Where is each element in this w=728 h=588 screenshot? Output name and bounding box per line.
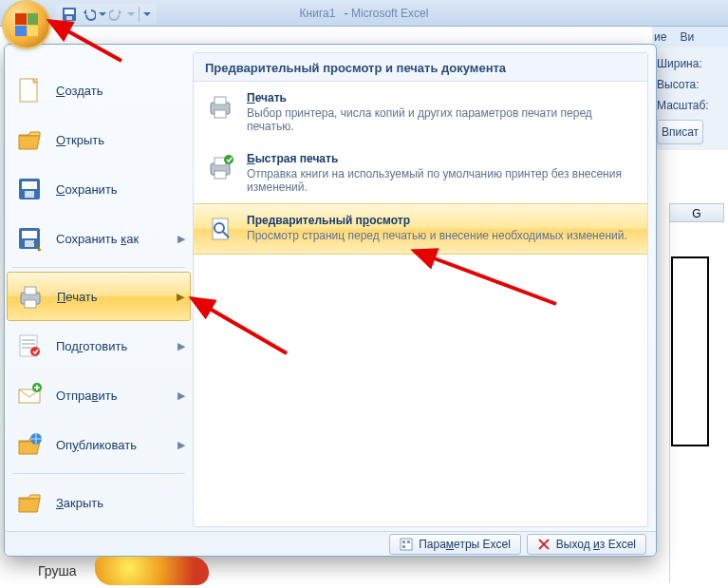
svg-rect-9 [25,240,34,247]
svg-rect-28 [402,541,405,543]
exit-excel-label: Выход из Excel [556,538,636,551]
menu-item-label: Создать [56,84,103,98]
menu-item-close[interactable]: Закрыть [7,478,191,527]
redo-dropdown-icon[interactable] [127,10,135,18]
fruit-image [95,557,209,585]
save-icon[interactable] [61,6,78,23]
svg-rect-20 [215,110,226,118]
selected-cell-outline [671,256,709,446]
svg-rect-12 [25,300,36,308]
submenu-arrow-icon: ▶ [177,233,185,245]
submenu-arrow-icon: ▶ [177,389,185,402]
svg-rect-30 [407,541,410,543]
new-icon [14,75,45,105]
menu-item-save[interactable]: Сохранить [7,164,191,214]
svg-rect-6 [25,191,34,198]
svg-rect-8 [22,231,37,238]
options-icon [400,538,413,551]
ribbon-label: Ширина: [657,53,724,74]
menu-item-label: Подготовить [56,339,127,353]
send-icon [14,380,45,410]
app-name: Microsoft Excel [351,7,428,20]
menu-item-send[interactable]: Отправить▶ [7,370,191,420]
menu-item-label: Печать [57,290,98,304]
menu-item-label: Открыть [56,133,104,147]
subitem-description: Просмотр страниц перед печатью и внесени… [247,229,627,242]
subitem-title: Предварительный просмотр [247,214,627,227]
redo-icon[interactable] [108,6,125,23]
menu-item-label: Опубликовать [56,438,137,452]
print-icon [15,281,46,312]
office-menu-footer: Параметры Excel Выход из Excel [5,531,656,556]
submenu-arrow-icon: ▶ [177,439,185,451]
print-subitem-preview[interactable]: Предварительный просмотрПросмотр страниц… [194,203,647,255]
quick-access-toolbar [55,4,157,25]
print-subitem-printer[interactable]: ПечатьВыбор принтера, числа копий и друг… [194,82,647,142]
svg-rect-5 [22,181,37,189]
menu-item-label: Сохранить как [56,232,139,246]
ribbon-right-fragment: ие Ви Ширина: Высота: Масштаб: Вписат [652,27,728,150]
menu-item-print[interactable]: Печать▶ [7,272,191,321]
excel-options-label: Параметры Excel [419,538,511,551]
submenu-arrow-icon: ▶ [177,340,185,352]
svg-rect-2 [66,16,72,20]
cell-value: Груша [38,563,76,579]
office-logo-icon [15,13,38,36]
svg-rect-11 [25,287,36,294]
office-button[interactable] [4,2,49,47]
undo-dropdown-icon[interactable] [99,10,106,18]
svg-rect-29 [402,545,405,548]
ribbon-tab-fragment[interactable]: ие [654,30,666,44]
office-menu-right-panel: Предварительный просмотр и печать докуме… [193,52,648,527]
column-header-g[interactable]: G [669,203,724,222]
undo-icon[interactable] [80,6,97,23]
menu-item-label: Отправить [56,389,117,403]
subitem-description: Выбор принтера, числа копий и других пар… [247,106,636,133]
svg-rect-19 [215,97,226,104]
subitem-description: Отправка книги на используемый по умолча… [247,167,636,194]
close-icon [537,538,551,551]
ribbon-tab-fragment[interactable]: Ви [680,30,694,44]
preview-icon [205,214,235,244]
close-icon [14,487,45,518]
menu-item-label: Закрыть [56,496,103,510]
exit-excel-button[interactable]: Выход из Excel [527,534,646,555]
svg-point-24 [224,155,233,164]
save-icon [14,174,45,204]
fit-button-fragment[interactable]: Вписат [657,120,703,144]
svg-point-14 [30,347,40,356]
excel-options-button[interactable]: Параметры Excel [389,534,521,555]
menu-item-publish[interactable]: Опубликовать▶ [7,420,191,469]
saveas-icon [14,223,45,254]
submenu-arrow-icon: ▶ [177,291,184,303]
print-panel-header: Предварительный просмотр и печать докуме… [194,53,647,82]
open-icon [14,124,45,155]
office-menu: СоздатьОткрытьСохранитьСохранить как▶Печ… [4,44,657,557]
quickprint-icon [205,152,235,182]
menu-item-new[interactable]: Создать [7,66,191,115]
subitem-title: Быстрая печать [247,152,636,165]
document-name: Книга1 [300,7,336,20]
printer-icon [205,91,235,122]
subitem-title: Печать [247,91,636,104]
svg-rect-1 [65,9,74,14]
menu-item-prepare[interactable]: Подготовить▶ [7,321,191,370]
svg-rect-27 [401,539,412,550]
prepare-icon [14,331,45,361]
ribbon-label: Масштаб: [657,95,724,116]
menu-item-saveas[interactable]: Сохранить как▶ [7,214,191,263]
qat-customize-icon[interactable] [143,10,151,18]
menu-item-label: Сохранить [56,182,118,197]
svg-rect-23 [215,171,226,179]
sheet-content-peek: Груша [38,556,323,586]
print-subitem-quickprint[interactable]: Быстрая печатьОтправка книги на использу… [194,142,647,203]
office-menu-left: СоздатьОткрытьСохранитьСохранить как▶Печ… [5,45,193,531]
publish-icon [14,429,45,460]
ribbon-label: Высота: [657,74,724,95]
menu-item-open[interactable]: Открыть [7,115,191,164]
